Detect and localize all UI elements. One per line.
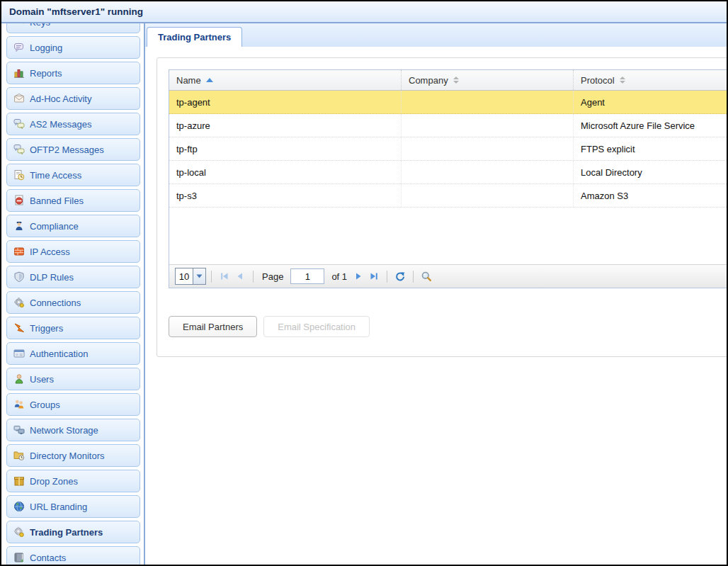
- sidebar-item-logging[interactable]: Logging: [6, 36, 140, 59]
- sidebar-item-connections[interactable]: Connections: [6, 291, 140, 314]
- sidebar-item-label: Keys: [30, 23, 50, 28]
- cell-protocol[interactable]: Agent: [574, 91, 727, 113]
- chevron-down-icon: [193, 268, 205, 284]
- email-specification-button[interactable]: Email Specification: [263, 316, 370, 337]
- cell-protocol[interactable]: FTPS explicit: [574, 137, 727, 160]
- firewall-icon: [13, 246, 25, 257]
- sidebar-item-triggers[interactable]: Triggers: [6, 317, 140, 339]
- sidebar-item-time-access[interactable]: Time Access: [6, 164, 140, 186]
- paging-toolbar: 10 Page of 1: [169, 264, 727, 288]
- sidebar-item-label: Triggers: [30, 323, 63, 334]
- first-page-button[interactable]: [217, 268, 232, 284]
- sidebar-item-network-storage[interactable]: Network Storage: [6, 419, 140, 441]
- trading-partners-grid: Name Company Protocol: [169, 69, 727, 288]
- table-row[interactable]: tp-agent Agent: [169, 91, 727, 114]
- cell-company[interactable]: [402, 137, 574, 160]
- sidebar-item-label: Trading Partners: [30, 527, 103, 538]
- sidebar-item-ip-access[interactable]: IP Access: [6, 240, 140, 263]
- sidebar-item-contacts[interactable]: Contacts: [6, 546, 140, 565]
- messages-icon: [13, 144, 25, 155]
- app-window: Domain "mftserver1" running Keys Logging…: [0, 0, 728, 566]
- tab-strip: Trading Partners: [145, 23, 727, 47]
- shield-icon: [13, 271, 25, 283]
- sidebar-item-authentication[interactable]: Authentication: [6, 342, 140, 365]
- sidebar-item-adhoc-activity[interactable]: Ad-Hoc Activity: [6, 87, 140, 110]
- page-size-select[interactable]: 10: [175, 268, 206, 285]
- cell-protocol[interactable]: Local Directory: [574, 161, 727, 183]
- cell-name[interactable]: tp-azure: [169, 114, 402, 137]
- window-title: Domain "mftserver1" running: [9, 6, 143, 17]
- toolbar-separator: [413, 271, 414, 283]
- prev-page-icon: [234, 271, 246, 282]
- sort-asc-icon: [206, 78, 213, 82]
- cell-name[interactable]: tp-s3: [169, 184, 402, 207]
- table-row[interactable]: tp-azure Microsoft Azure File Service: [169, 114, 727, 137]
- page-size-value: 10: [176, 268, 193, 284]
- last-page-button[interactable]: [366, 268, 382, 284]
- search-button[interactable]: [419, 268, 434, 284]
- table-row[interactable]: tp-s3 Amazon S3: [169, 184, 727, 208]
- folder-clock-icon: [13, 450, 25, 461]
- sidebar-item-label: Directory Monitors: [30, 451, 104, 461]
- table-row[interactable]: tp-local Local Directory: [169, 161, 727, 184]
- next-page-button[interactable]: [351, 268, 366, 284]
- column-header-name[interactable]: Name: [169, 70, 402, 90]
- sidebar-item-label: Banned Files: [30, 196, 84, 206]
- cell-name[interactable]: tp-agent: [169, 91, 402, 113]
- toolbar-separator: [211, 271, 212, 283]
- cell-protocol[interactable]: Microsoft Azure File Service: [574, 114, 727, 137]
- grid-empty-space: [169, 208, 727, 264]
- cell-name[interactable]: tp-ftp: [169, 137, 402, 160]
- sidebar-item-oftp2-messages[interactable]: OFTP2 Messages: [6, 138, 140, 161]
- table-row[interactable]: tp-ftp FTPS explicit: [169, 137, 727, 161]
- network-computers-icon: [13, 424, 25, 436]
- column-header-protocol[interactable]: Protocol: [574, 70, 727, 90]
- cell-protocol[interactable]: Amazon S3: [574, 184, 727, 207]
- main-area: Trading Partners Name Company: [145, 23, 727, 565]
- prev-page-button[interactable]: [232, 268, 248, 284]
- sidebar-item-keys[interactable]: Keys: [6, 23, 140, 33]
- sidebar-item-url-branding[interactable]: URL Branding: [6, 495, 140, 518]
- page-number-input[interactable]: [290, 268, 324, 284]
- sidebar-item-label: Reports: [30, 68, 62, 79]
- bar-chart-icon: [13, 67, 25, 79]
- sidebar-item-reports[interactable]: Reports: [6, 62, 140, 84]
- cell-company[interactable]: [402, 91, 574, 113]
- sidebar-item-dlp-rules[interactable]: DLP Rules: [6, 266, 140, 288]
- sidebar-item-label: Connections: [30, 298, 81, 308]
- column-header-label: Protocol: [581, 75, 615, 86]
- cell-company[interactable]: [402, 161, 574, 183]
- sidebar-item-as2-messages[interactable]: AS2 Messages: [6, 113, 140, 135]
- sidebar-item-label: URL Branding: [30, 502, 87, 512]
- trading-partners-panel: Name Company Protocol: [157, 57, 727, 357]
- sidebar-item-label: Compliance: [30, 221, 79, 232]
- gear-yellow-icon: [13, 526, 25, 538]
- sidebar-item-label: OFTP2 Messages: [30, 145, 104, 155]
- sidebar-item-directory-monitors[interactable]: Directory Monitors: [6, 444, 140, 467]
- sidebar-item-label: Users: [30, 374, 54, 385]
- sidebar-item-compliance[interactable]: Compliance: [6, 215, 140, 237]
- sidebar-item-banned-files[interactable]: Banned Files: [6, 189, 140, 212]
- page-of-label: of 1: [331, 271, 347, 282]
- sidebar-item-groups[interactable]: Groups: [6, 393, 140, 416]
- column-header-label: Name: [176, 75, 201, 86]
- sidebar-item-users[interactable]: Users: [6, 368, 140, 390]
- speech-bubble-icon: [13, 42, 25, 53]
- officer-icon: [13, 220, 25, 232]
- cell-name[interactable]: tp-local: [169, 161, 402, 183]
- sidebar-item-drop-zones[interactable]: Drop Zones: [6, 470, 140, 492]
- action-buttons: Email Partners Email Specification: [169, 316, 727, 337]
- sidebar-item-trading-partners[interactable]: Trading Partners: [6, 521, 140, 543]
- sidebar-item-label: AS2 Messages: [30, 119, 91, 130]
- address-book-icon: [13, 552, 25, 563]
- column-header-company[interactable]: Company: [402, 70, 574, 90]
- refresh-button[interactable]: [392, 268, 408, 284]
- sidebar-item-label: Network Storage: [30, 425, 98, 436]
- column-header-label: Company: [409, 75, 448, 86]
- refresh-icon: [394, 271, 406, 282]
- cell-company[interactable]: [402, 114, 574, 137]
- cell-company[interactable]: [402, 184, 574, 207]
- email-partners-button[interactable]: Email Partners: [169, 316, 257, 337]
- banned-file-icon: [13, 195, 25, 206]
- tab-trading-partners[interactable]: Trading Partners: [147, 27, 242, 48]
